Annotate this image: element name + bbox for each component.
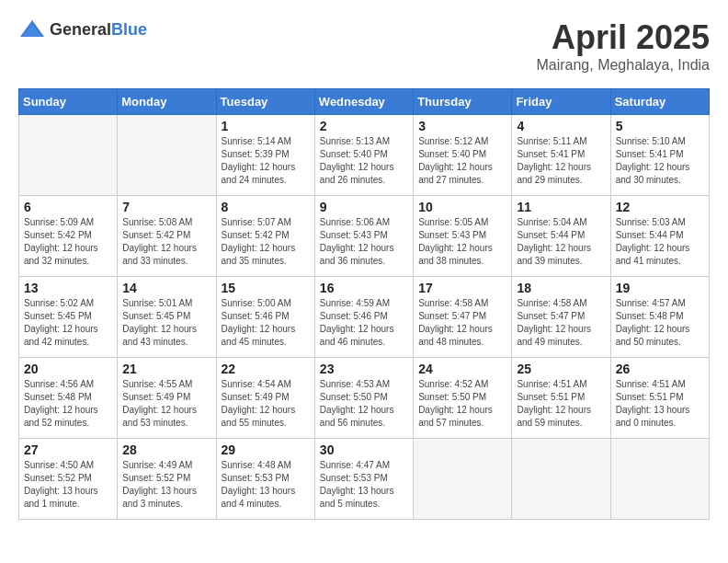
day-number: 20 <box>24 362 112 376</box>
calendar-cell: 2Sunrise: 5:13 AM Sunset: 5:40 PM Daylig… <box>314 115 413 196</box>
week-row-4: 20Sunrise: 4:56 AM Sunset: 5:48 PM Dayli… <box>19 358 710 439</box>
calendar-table: SundayMondayTuesdayWednesdayThursdayFrid… <box>18 88 710 520</box>
calendar-cell <box>610 439 709 520</box>
day-info: Sunrise: 5:08 AM Sunset: 5:42 PM Dayligh… <box>122 216 210 268</box>
day-number: 13 <box>24 281 112 295</box>
calendar-cell <box>414 439 512 520</box>
day-info: Sunrise: 4:52 AM Sunset: 5:50 PM Dayligh… <box>418 378 506 430</box>
location-title: Mairang, Meghalaya, India <box>536 57 710 74</box>
day-number: 8 <box>222 200 310 214</box>
weekday-header-saturday: Saturday <box>610 89 709 115</box>
day-info: Sunrise: 5:14 AM Sunset: 5:39 PM Dayligh… <box>222 135 310 187</box>
calendar-cell: 26Sunrise: 4:51 AM Sunset: 5:51 PM Dayli… <box>610 358 709 439</box>
day-info: Sunrise: 4:57 AM Sunset: 5:48 PM Dayligh… <box>616 297 704 349</box>
day-number: 17 <box>418 281 506 295</box>
day-number: 23 <box>320 362 408 376</box>
day-info: Sunrise: 5:06 AM Sunset: 5:43 PM Dayligh… <box>320 216 408 268</box>
day-info: Sunrise: 5:04 AM Sunset: 5:44 PM Dayligh… <box>517 216 605 268</box>
calendar-cell: 14Sunrise: 5:01 AM Sunset: 5:45 PM Dayli… <box>118 277 216 358</box>
weekday-header-row: SundayMondayTuesdayWednesdayThursdayFrid… <box>19 89 710 115</box>
day-info: Sunrise: 4:47 AM Sunset: 5:53 PM Dayligh… <box>320 459 408 511</box>
logo-icon <box>18 18 46 40</box>
day-info: Sunrise: 5:02 AM Sunset: 5:45 PM Dayligh… <box>24 297 112 349</box>
logo-blue: Blue <box>111 20 147 39</box>
calendar-cell: 30Sunrise: 4:47 AM Sunset: 5:53 PM Dayli… <box>314 439 413 520</box>
day-info: Sunrise: 4:51 AM Sunset: 5:51 PM Dayligh… <box>616 378 704 430</box>
weekday-header-sunday: Sunday <box>19 89 118 115</box>
day-info: Sunrise: 4:58 AM Sunset: 5:47 PM Dayligh… <box>418 297 506 349</box>
logo: GeneralBlue <box>18 18 147 40</box>
calendar-cell: 20Sunrise: 4:56 AM Sunset: 5:48 PM Dayli… <box>19 358 118 439</box>
calendar-cell: 1Sunrise: 5:14 AM Sunset: 5:39 PM Daylig… <box>216 115 314 196</box>
calendar-cell: 8Sunrise: 5:07 AM Sunset: 5:42 PM Daylig… <box>216 196 314 277</box>
calendar-cell <box>19 115 118 196</box>
day-number: 15 <box>222 281 310 295</box>
day-number: 26 <box>616 362 704 376</box>
day-info: Sunrise: 5:00 AM Sunset: 5:46 PM Dayligh… <box>222 297 310 349</box>
calendar-cell: 9Sunrise: 5:06 AM Sunset: 5:43 PM Daylig… <box>314 196 413 277</box>
day-info: Sunrise: 4:48 AM Sunset: 5:53 PM Dayligh… <box>222 459 310 511</box>
day-number: 16 <box>320 281 408 295</box>
day-info: Sunrise: 5:01 AM Sunset: 5:45 PM Dayligh… <box>122 297 210 349</box>
day-info: Sunrise: 4:55 AM Sunset: 5:49 PM Dayligh… <box>122 378 210 430</box>
day-info: Sunrise: 5:07 AM Sunset: 5:42 PM Dayligh… <box>222 216 310 268</box>
day-number: 29 <box>222 442 310 457</box>
calendar-cell: 15Sunrise: 5:00 AM Sunset: 5:46 PM Dayli… <box>216 277 314 358</box>
day-number: 14 <box>122 281 210 295</box>
logo-general: General <box>50 20 111 39</box>
day-info: Sunrise: 5:05 AM Sunset: 5:43 PM Dayligh… <box>418 216 506 268</box>
day-number: 18 <box>517 281 605 295</box>
calendar-cell: 5Sunrise: 5:10 AM Sunset: 5:41 PM Daylig… <box>610 115 709 196</box>
calendar-cell: 3Sunrise: 5:12 AM Sunset: 5:40 PM Daylig… <box>414 115 512 196</box>
weekday-header-wednesday: Wednesday <box>314 89 413 115</box>
day-number: 21 <box>122 362 210 376</box>
day-number: 2 <box>320 119 408 133</box>
day-info: Sunrise: 5:10 AM Sunset: 5:41 PM Dayligh… <box>616 135 704 187</box>
day-number: 10 <box>418 200 506 214</box>
day-number: 25 <box>517 362 605 376</box>
calendar-cell: 10Sunrise: 5:05 AM Sunset: 5:43 PM Dayli… <box>414 196 512 277</box>
day-number: 4 <box>517 119 605 133</box>
day-number: 9 <box>320 200 408 214</box>
day-info: Sunrise: 4:51 AM Sunset: 5:51 PM Dayligh… <box>517 378 605 430</box>
calendar-cell <box>512 439 610 520</box>
day-number: 22 <box>222 362 310 376</box>
calendar-cell: 18Sunrise: 4:58 AM Sunset: 5:47 PM Dayli… <box>512 277 610 358</box>
calendar-cell: 24Sunrise: 4:52 AM Sunset: 5:50 PM Dayli… <box>414 358 512 439</box>
weekday-header-friday: Friday <box>512 89 610 115</box>
day-number: 3 <box>418 119 506 133</box>
week-row-3: 13Sunrise: 5:02 AM Sunset: 5:45 PM Dayli… <box>19 277 710 358</box>
page-header: GeneralBlue April 2025 Mairang, Meghalay… <box>18 18 710 74</box>
calendar-cell <box>118 115 216 196</box>
calendar-cell: 11Sunrise: 5:04 AM Sunset: 5:44 PM Dayli… <box>512 196 610 277</box>
calendar-cell: 27Sunrise: 4:50 AM Sunset: 5:52 PM Dayli… <box>19 439 118 520</box>
calendar-cell: 19Sunrise: 4:57 AM Sunset: 5:48 PM Dayli… <box>610 277 709 358</box>
calendar-cell: 13Sunrise: 5:02 AM Sunset: 5:45 PM Dayli… <box>19 277 118 358</box>
calendar-cell: 25Sunrise: 4:51 AM Sunset: 5:51 PM Dayli… <box>512 358 610 439</box>
week-row-2: 6Sunrise: 5:09 AM Sunset: 5:42 PM Daylig… <box>19 196 710 277</box>
logo-text: GeneralBlue <box>50 20 147 40</box>
calendar-cell: 22Sunrise: 4:54 AM Sunset: 5:49 PM Dayli… <box>216 358 314 439</box>
day-info: Sunrise: 4:54 AM Sunset: 5:49 PM Dayligh… <box>222 378 310 430</box>
calendar-cell: 12Sunrise: 5:03 AM Sunset: 5:44 PM Dayli… <box>610 196 709 277</box>
week-row-1: 1Sunrise: 5:14 AM Sunset: 5:39 PM Daylig… <box>19 115 710 196</box>
weekday-header-monday: Monday <box>118 89 216 115</box>
day-number: 11 <box>517 200 605 214</box>
day-number: 7 <box>122 200 210 214</box>
calendar-cell: 16Sunrise: 4:59 AM Sunset: 5:46 PM Dayli… <box>314 277 413 358</box>
day-number: 1 <box>222 119 310 133</box>
day-number: 24 <box>418 362 506 376</box>
title-area: April 2025 Mairang, Meghalaya, India <box>536 18 710 74</box>
calendar-cell: 23Sunrise: 4:53 AM Sunset: 5:50 PM Dayli… <box>314 358 413 439</box>
calendar-cell: 4Sunrise: 5:11 AM Sunset: 5:41 PM Daylig… <box>512 115 610 196</box>
day-number: 27 <box>24 442 112 457</box>
day-info: Sunrise: 4:59 AM Sunset: 5:46 PM Dayligh… <box>320 297 408 349</box>
calendar-cell: 6Sunrise: 5:09 AM Sunset: 5:42 PM Daylig… <box>19 196 118 277</box>
day-info: Sunrise: 5:11 AM Sunset: 5:41 PM Dayligh… <box>517 135 605 187</box>
calendar-cell: 28Sunrise: 4:49 AM Sunset: 5:52 PM Dayli… <box>118 439 216 520</box>
day-number: 28 <box>122 442 210 457</box>
day-info: Sunrise: 4:53 AM Sunset: 5:50 PM Dayligh… <box>320 378 408 430</box>
calendar-cell: 29Sunrise: 4:48 AM Sunset: 5:53 PM Dayli… <box>216 439 314 520</box>
day-info: Sunrise: 5:03 AM Sunset: 5:44 PM Dayligh… <box>616 216 704 268</box>
week-row-5: 27Sunrise: 4:50 AM Sunset: 5:52 PM Dayli… <box>19 439 710 520</box>
